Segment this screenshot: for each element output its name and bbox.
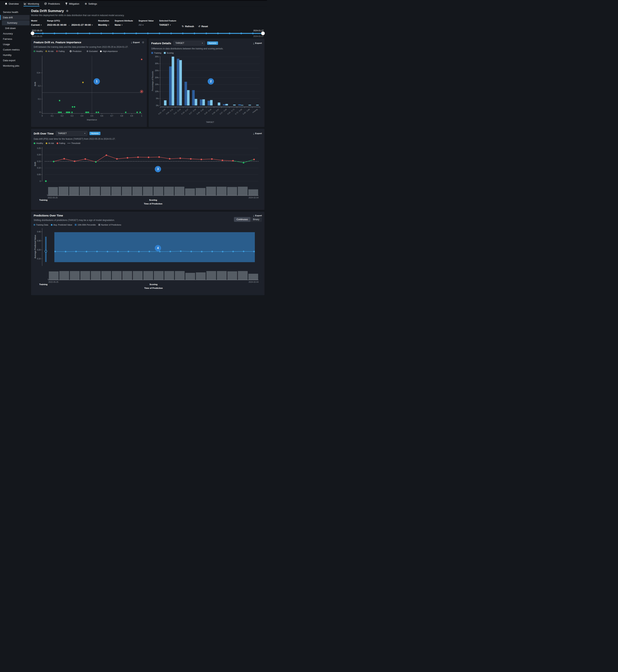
timeline-interval-dot[interactable] [54, 32, 55, 34]
svg-text:0.1: 0.1 [51, 115, 54, 117]
nav-item-settings[interactable]: ⚙Settings [82, 1, 99, 6]
timeline-interval-dot[interactable] [217, 32, 219, 34]
dot-swatch [34, 143, 35, 144]
svg-text:0.2: 0.2 [38, 85, 40, 87]
panel-title: Feature Drift vs. Feature Importance [34, 41, 81, 44]
feature-drift-scatter-chart[interactable]: 00.10.20.3+00.10.20.30.40.50.60.70.80.91… [34, 54, 144, 122]
timeline-interval-dot[interactable] [112, 32, 114, 34]
timeline-interval-dot[interactable] [240, 32, 242, 34]
svg-text:0.42 - 0.49: 0.42 - 0.49 [204, 108, 212, 115]
sidebar-item-data-drift[interactable]: Data drift [0, 15, 29, 20]
panel-settings-gear-icon[interactable]: ⚙ [142, 41, 144, 44]
resolution-select[interactable]: Monthly▾ [98, 23, 109, 26]
resolution-control: Resolution Monthly▾ [98, 20, 109, 26]
refresh-button[interactable]: ↻Refresh [182, 25, 194, 28]
sidebar-item-summary[interactable]: Summary [2, 20, 29, 25]
drift-feature-select[interactable]: TARGET▾ [56, 131, 87, 136]
timeline-left-handle[interactable] [31, 31, 34, 35]
continuous-toggle-button[interactable]: Continuous [234, 217, 250, 222]
selected-feature-select[interactable]: TARGET▾ [159, 23, 176, 26]
ring-swatch [87, 51, 88, 52]
legend-item-failing: Failing [56, 50, 65, 52]
sidebar-item-accuracy[interactable]: Accuracy [0, 31, 29, 36]
ring-swatch [34, 224, 35, 226]
drift-over-time-chart[interactable]: 00.050.100.150.200.25Drift2022-05-252024… [34, 146, 262, 207]
timeline-interval-dot[interactable] [170, 32, 172, 34]
feature-details-feature-select[interactable]: TARGET▾ [174, 41, 205, 46]
legend-item-prediction: Prediction [70, 50, 82, 52]
timeline-interval-dot[interactable] [182, 32, 184, 34]
numeric-badge: Numeric [207, 41, 218, 45]
timeline-interval-dot[interactable] [252, 32, 254, 34]
svg-text:0.11 - 0.19: 0.11 - 0.19 [173, 108, 181, 115]
svg-text:0.20: 0.20 [37, 249, 41, 251]
sidebar-item-drill-down[interactable]: Drill down [0, 26, 29, 31]
segment-value-label: Segment Value [138, 20, 154, 22]
svg-text:Training: Training [39, 283, 47, 285]
export-button[interactable]: ↑ Export [253, 215, 262, 217]
timeline-interval-dot[interactable] [147, 32, 149, 34]
panel-title: Predictions Over Time [34, 214, 63, 217]
panel-subtitle: Differences in data distributions betwee… [151, 48, 262, 50]
legend-item-healthy: Healthy [34, 50, 43, 52]
timeline-interval-dot[interactable] [135, 32, 137, 34]
dash-swatch [68, 143, 70, 143]
segment-value-select[interactable]: All▾ [138, 23, 154, 26]
model-select[interactable]: Current▾ [31, 23, 41, 26]
timeline-interval-dot[interactable] [205, 32, 207, 34]
svg-text:0.34 - 0.42: 0.34 - 0.42 [196, 108, 204, 115]
sidebar-item-service-health[interactable]: Service health [0, 10, 29, 15]
export-button[interactable]: ↑ Export [253, 132, 262, 135]
sidebar-item-humility[interactable]: Humility [0, 53, 29, 58]
page-settings-gear-icon[interactable]: ⚙ [66, 9, 69, 12]
timeline-interval-dot[interactable] [100, 32, 102, 34]
svg-text:0.01 - 0.04: 0.01 - 0.04 [158, 108, 166, 115]
timeline-interval-dot[interactable] [77, 32, 79, 34]
timeline-interval-dot[interactable] [65, 32, 67, 34]
timeline-interval-dot[interactable] [159, 32, 160, 34]
sidebar-item-fairness[interactable]: Fairness [0, 36, 29, 41]
sidebar-item-custom-metrics[interactable]: Custom metrics [0, 47, 29, 52]
legend-item-scoring: Scoring [164, 52, 174, 54]
timeline-right-handle[interactable] [261, 31, 265, 35]
timeline-interval-dot[interactable] [89, 32, 90, 34]
sidebar-item-usage[interactable]: Usage [0, 42, 29, 47]
continuous-binary-toggle: ContinuousBinary [234, 217, 262, 222]
range-select[interactable]: 2022-05-25 00:00 → 2024-01-27 00:00 ▾ [47, 23, 92, 26]
dot-swatch [51, 224, 53, 226]
export-button[interactable]: ↑ Export [253, 42, 262, 44]
timeline-start-date: 2022-05-25 [32, 29, 42, 32]
export-icon: ↑ [253, 215, 254, 217]
timeline-interval-dot[interactable] [42, 32, 43, 34]
sidebar-item-data-export[interactable]: Data export [0, 58, 29, 63]
svg-text:missing: missing [252, 108, 258, 113]
reset-button[interactable]: ↺Reset [198, 25, 208, 28]
sidebar-item-monitoring-jobs[interactable]: Monitoring jobs [0, 63, 29, 68]
timeline-interval-dot[interactable] [229, 32, 230, 34]
legend-label: At risk [48, 142, 54, 144]
export-button[interactable]: ↑ Export [131, 41, 140, 44]
nav-item-monitoring[interactable]: Monitoring [22, 1, 41, 6]
svg-text:0.10: 0.10 [37, 258, 41, 260]
dot-swatch [46, 143, 47, 144]
svg-text:20%: 20% [155, 77, 159, 79]
nav-item-overview[interactable]: Overview [3, 1, 21, 6]
timeline-end-date-sub: 2024-01-27 [253, 35, 264, 37]
target-icon [44, 2, 47, 5]
legend-item-high-importance: High-importance [100, 50, 118, 52]
legend-item-threshold: Threshold [68, 142, 80, 144]
nav-item-mitigation[interactable]: Mitigation [63, 1, 82, 6]
nav-item-predictions[interactable]: Predictions [42, 1, 62, 6]
timeline-interval-dot[interactable] [124, 32, 125, 34]
binary-toggle-button[interactable]: Binary [250, 217, 262, 222]
segment-attribute-select[interactable]: None▾ [115, 23, 133, 26]
timeline-interval-dot[interactable] [194, 32, 195, 34]
panel-subtitle: Data drift (PSI) over time for the featu… [34, 138, 262, 140]
resolution-label: Resolution [98, 20, 109, 22]
svg-text:35%: 35% [155, 56, 159, 58]
predictions-over-time-chart[interactable]: 0.100.200.300.40Average Predicted Value2… [34, 227, 262, 293]
feature-details-histogram[interactable]: 0%5%10%15%20%25%30%35%0.01 - 0.040.04 - … [151, 55, 262, 125]
svg-text:TARGET: TARGET [206, 121, 214, 123]
chevron-down-icon: ▾ [41, 24, 41, 26]
dot-swatch [57, 143, 58, 144]
